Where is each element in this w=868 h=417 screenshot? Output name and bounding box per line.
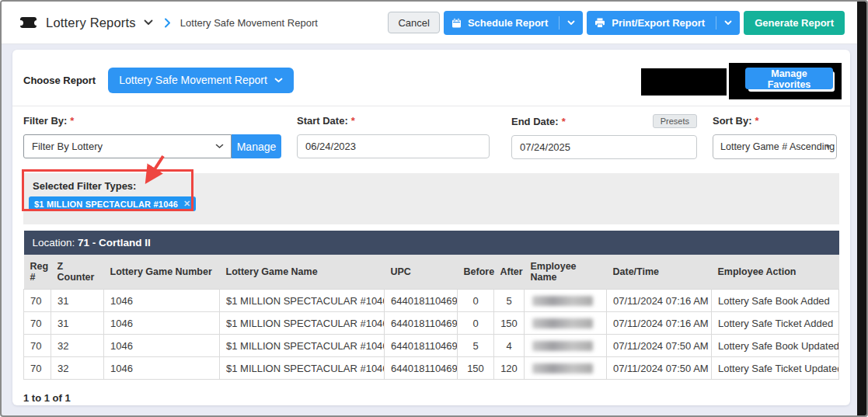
cell-after: 150 (494, 312, 525, 335)
col-game-name: Lottery Game Name (220, 255, 385, 290)
table-row: 70 32 1046 $1 MILLION SPECTACULAR #1046 … (24, 335, 839, 357)
cell-reg: 70 (24, 335, 51, 357)
cell-before: 0 (458, 290, 494, 312)
sort-by-select-value: Lottery Game # Ascending (720, 141, 835, 152)
cell-after: 120 (494, 357, 525, 380)
cell-z-counter: 31 (51, 312, 104, 335)
required-asterisk: * (70, 115, 74, 127)
cell-reg: 70 (24, 290, 51, 312)
location-value: 71 - Cortland II (78, 237, 151, 248)
schedule-report-label: Schedule Report (468, 17, 548, 29)
redacted-name (532, 296, 593, 306)
end-date-input[interactable] (511, 135, 697, 159)
window-edge-strip (857, 2, 866, 415)
cell-z-counter: 32 (51, 335, 104, 357)
button-divider (559, 16, 559, 30)
breadcrumb: Lottery Safe Movement Report (180, 17, 318, 29)
manage-favorites-button[interactable]: Manage Favorites (745, 68, 833, 89)
toolbar: Cancel Schedule Report Print/Export Repo… (388, 11, 845, 35)
redacted-name (532, 363, 593, 374)
col-reg: Reg # (24, 255, 51, 290)
column-header-row: Reg # Z Counter Lottery Game Number Lott… (24, 255, 839, 290)
start-date-label: Start Date:* (297, 114, 490, 127)
schedule-report-button[interactable]: Schedule Report (444, 11, 583, 35)
presets-button[interactable]: Presets (653, 114, 697, 128)
cell-game-number: 1046 (104, 357, 220, 380)
col-datetime: Date/Time (607, 255, 712, 290)
calendar-icon (451, 18, 462, 28)
location-header: Location: 71 - Cortland II (24, 231, 839, 255)
sort-by-select[interactable]: Lottery Game # Ascending ▾ (713, 134, 837, 159)
cell-game-number: 1046 (104, 335, 220, 357)
cell-employee-action: Lottery Safe Book Added (712, 290, 839, 312)
chevron-down-icon[interactable] (567, 20, 575, 26)
cell-game-name: $1 MILLION SPECTACULAR #1046 (220, 312, 385, 335)
col-game-number: Lottery Game Number (104, 255, 220, 290)
cell-upc: 644018110469 (385, 290, 458, 312)
caret-down-icon: ▾ (826, 142, 830, 151)
col-before: Before (458, 255, 494, 290)
cell-upc: 644018110469 (385, 312, 458, 335)
lottery-reports-menu[interactable]: Lottery Reports (46, 16, 153, 30)
col-upc: UPC (385, 255, 458, 290)
start-date-input[interactable] (297, 134, 490, 158)
cancel-button[interactable]: Cancel (388, 12, 439, 33)
cell-game-name: $1 MILLION SPECTACULAR #1046 (220, 357, 385, 380)
cell-game-name: $1 MILLION SPECTACULAR #1046 (220, 335, 385, 357)
selected-filter-types-band: Selected Filter Types: $1 MILLION SPECTA… (23, 173, 839, 224)
report-select-button[interactable]: Lottery Safe Movement Report (108, 68, 294, 93)
chevron-down-icon[interactable] (724, 20, 732, 26)
print-export-report-label: Print/Export Report (612, 17, 705, 29)
cell-z-counter: 32 (51, 357, 104, 380)
report-table: Location: 71 - Cortland II Reg # Z Count… (23, 231, 839, 380)
lottery-ticket-icon (20, 17, 37, 28)
filter-by-select[interactable]: Filter By Lottery (23, 134, 232, 158)
chevron-down-icon (144, 19, 153, 26)
cell-employee-action: Lottery Safe Ticket Added (712, 312, 839, 335)
cell-before: 150 (458, 357, 494, 380)
chip-close-icon[interactable]: ✕ (183, 200, 190, 208)
cell-upc: 644018110469 (385, 335, 458, 357)
required-asterisk: * (562, 116, 566, 127)
cell-datetime: 07/11/2024 07:50 AM (607, 335, 712, 357)
redacted-name (532, 341, 593, 351)
col-after: After (494, 255, 525, 290)
chevron-down-icon (274, 78, 283, 83)
cell-game-number: 1046 (104, 290, 220, 312)
end-date-label: End Date:* (511, 116, 566, 127)
cell-datetime: 07/11/2024 07:16 AM (607, 312, 712, 335)
filter-chip-label: $1 MILLION SPECTACULAR #1046 (34, 200, 178, 209)
cell-game-number: 1046 (104, 312, 220, 335)
cell-employee-name-redacted (525, 335, 607, 357)
table-row: 70 31 1046 $1 MILLION SPECTACULAR #1046 … (24, 312, 839, 335)
sort-by-group: Sort By:* Lottery Game # Ascending ▾ (713, 114, 837, 159)
table-row: 70 31 1046 $1 MILLION SPECTACULAR #1046 … (24, 290, 839, 312)
page-title: Lottery Reports (46, 16, 136, 30)
print-export-report-button[interactable]: Print/Export Report (587, 11, 740, 35)
filter-by-select-value: Filter By Lottery (32, 141, 103, 152)
filter-by-group: Filter By:* Filter By Lottery Manage (23, 114, 281, 159)
report-select-label: Lottery Safe Movement Report (119, 74, 267, 86)
generate-report-button[interactable]: Generate Report (744, 11, 845, 35)
cell-after: 5 (494, 290, 525, 312)
button-divider (716, 16, 716, 30)
cell-after: 4 (494, 335, 525, 357)
filters-row: Filter By:* Filter By Lottery Manage Sta… (12, 106, 850, 173)
col-employee-action: Employee Action (712, 255, 839, 290)
start-date-group: Start Date:* (297, 114, 490, 159)
cell-upc: 644018110469 (385, 357, 458, 380)
cell-employee-name-redacted (525, 290, 607, 312)
col-employee-name: Employee Name (525, 255, 607, 290)
redaction-box (641, 68, 727, 96)
cell-z-counter: 31 (51, 290, 104, 312)
location-label: Location: (33, 237, 75, 248)
report-table-container: Location: 71 - Cortland II Reg # Z Count… (23, 231, 839, 380)
choose-report-row: Choose Report Lottery Safe Movement Repo… (12, 50, 850, 106)
app-window: Lottery Reports Lottery Safe Movement Re… (0, 0, 868, 417)
breadcrumb-separator-icon (164, 18, 171, 28)
cell-employee-name-redacted (525, 357, 607, 380)
selected-filter-types-label: Selected Filter Types: (33, 180, 136, 192)
cell-before: 5 (458, 335, 494, 357)
printer-icon (594, 18, 605, 28)
manage-filter-button[interactable]: Manage (232, 134, 281, 158)
